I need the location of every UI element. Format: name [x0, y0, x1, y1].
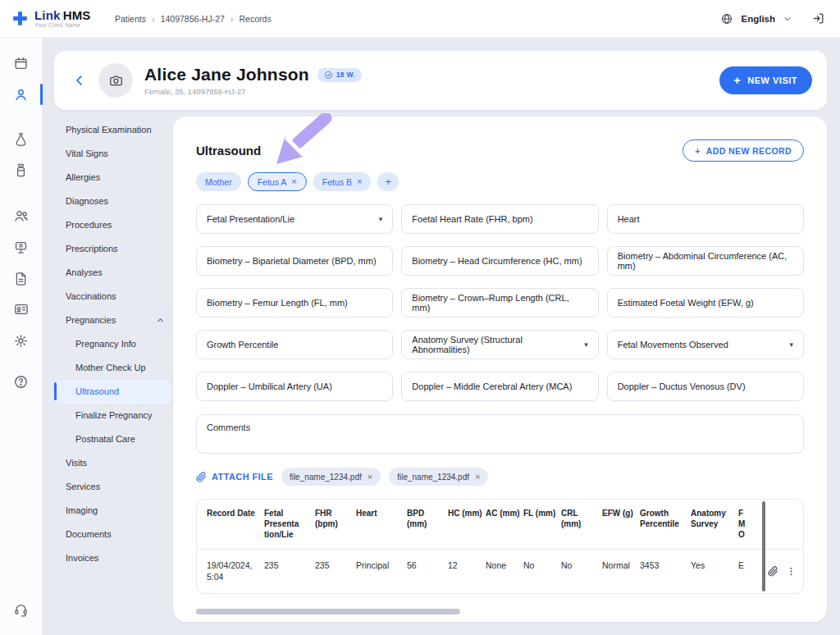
horizontal-scrollbar-thumb[interactable]: [196, 609, 460, 614]
plus-icon: +: [695, 146, 701, 156]
field-fetal-presentation[interactable]: Fetal Presentation/Lie▾: [196, 204, 393, 234]
add-new-record-button[interactable]: + ADD NEW RECORD: [682, 139, 804, 162]
table-row[interactable]: 19/04/2024, 5:04 235 235 Principal 56 12…: [197, 550, 803, 593]
sidebar-item-pregnancies[interactable]: Pregnancies: [54, 308, 173, 332]
rail-settings-gear-icon[interactable]: [0, 325, 43, 356]
sidebar-item-vaccinations[interactable]: Vaccinations: [54, 285, 173, 308]
col-hc: HC (mm): [448, 508, 482, 519]
sidebar-item-diagnoses[interactable]: Diagnoses: [54, 190, 173, 213]
sidebar-item-allergies[interactable]: Allergies: [54, 166, 173, 190]
field-ac[interactable]: Biometry – Abdominal Circumference (AC, …: [607, 246, 804, 276]
field-efw[interactable]: Estimated Foetal Weight (EFW, g): [607, 288, 804, 318]
brand-logo[interactable]: LinkHMS Your Clinic Name: [0, 9, 115, 29]
field-fhr[interactable]: Foetal Heart Rate (FHR, bpm): [401, 204, 598, 234]
field-growth-percentile[interactable]: Growth Percentile: [196, 330, 393, 359]
sidebar-item-postnatal-care[interactable]: Postnatal Care: [54, 427, 173, 451]
attached-file-chip[interactable]: file_name_1234.pdf ×: [281, 468, 381, 486]
field-fetal-movements[interactable]: Fetal Movements Observed▾: [607, 330, 804, 359]
brand-tagline: Your Clinic Name: [34, 23, 91, 29]
sidebar-item-imaging[interactable]: Imaging: [54, 499, 173, 523]
globe-icon[interactable]: [720, 12, 733, 25]
patient-header-card: Alice Jane Johnson 18 W. Female, 35, 140…: [54, 51, 827, 110]
brand-name-2: HMS: [63, 8, 91, 22]
ultrasound-panel: Ultrasound + ADD NEW RECORD Mother Fetus…: [173, 116, 827, 622]
sidebar-item-services[interactable]: Services: [54, 475, 173, 499]
back-chevron-icon[interactable]: [69, 70, 90, 91]
field-doppler-mca[interactable]: Doppler – Middle Cerebral Artery (MCA): [401, 372, 598, 401]
sidebar-item-analyses[interactable]: Analyses: [54, 261, 173, 285]
sidebar-item-procedures[interactable]: Procedures: [54, 213, 173, 237]
close-icon[interactable]: ×: [368, 472, 372, 482]
rail-help-icon[interactable]: [0, 366, 43, 397]
rail-support-headset-icon[interactable]: [0, 594, 43, 625]
rail-document-icon[interactable]: [0, 263, 43, 294]
field-doppler-ua[interactable]: Doppler – Umbilical Artery (UA): [196, 372, 393, 401]
rail-lab-flask-icon[interactable]: [0, 123, 43, 154]
new-visit-button[interactable]: + NEW VISIT: [719, 66, 812, 94]
field-fl[interactable]: Biometry – Femur Length (FL, mm): [196, 288, 393, 318]
icon-rail: [0, 38, 43, 635]
tab-fetus-a[interactable]: Fetus A ×: [248, 172, 307, 191]
table-vertical-scrollbar[interactable]: [762, 501, 765, 592]
sidebar-item-finalize-pregnancy[interactable]: Finalize Pregnancy: [54, 404, 173, 427]
sidebar-item-prescriptions[interactable]: Prescriptions: [54, 237, 173, 261]
table-header-row: Record Date Fetal Presenta tion/Lie FHR …: [197, 500, 803, 550]
section-title: Ultrasound: [196, 144, 261, 158]
breadcrumb-separator: ›: [152, 14, 155, 24]
field-heart[interactable]: Heart: [607, 204, 804, 234]
brand-name-1: Link: [34, 8, 61, 22]
sidebar-item-vital-signs[interactable]: Vital Signs: [54, 142, 173, 166]
paperclip-icon[interactable]: [768, 566, 778, 577]
attach-file-button[interactable]: ATTACH FILE: [196, 472, 273, 482]
topbar: LinkHMS Your Clinic Name Patients › 1409…: [0, 0, 840, 38]
brand-text: LinkHMS Your Clinic Name: [34, 9, 91, 29]
tab-fetus-b[interactable]: Fetus B ×: [313, 172, 372, 191]
breadcrumb-patient-id[interactable]: 14097856-HJ-27: [161, 14, 225, 24]
sidebar-item-visits[interactable]: Visits: [54, 451, 173, 475]
ultrasound-form-grid: Fetal Presentation/Lie▾ Foetal Heart Rat…: [196, 204, 804, 401]
logout-icon[interactable]: [811, 11, 825, 25]
tab-mother[interactable]: Mother: [196, 172, 241, 191]
breadcrumb-records[interactable]: Records: [240, 14, 272, 24]
breadcrumb-patients[interactable]: Patients: [115, 14, 146, 24]
sidebar-item-ultrasound[interactable]: Ultrasound: [54, 380, 171, 404]
rail-medicine-icon[interactable]: [0, 154, 43, 185]
field-crl[interactable]: Biometry – Crown–Rump Length (CRL, mm): [401, 288, 598, 318]
add-fetus-tab-button[interactable]: +: [377, 172, 399, 191]
sidebar-item-invoices[interactable]: Invoices: [54, 546, 173, 570]
patient-avatar-camera[interactable]: [98, 63, 133, 98]
kebab-menu-icon[interactable]: [786, 566, 797, 577]
field-doppler-dv[interactable]: Doppler – Ductus Venosus (DV): [607, 372, 804, 401]
col-efw: EFW (g): [602, 508, 637, 519]
attached-file-chip[interactable]: file_name_1234.pdf ×: [389, 468, 488, 486]
page: Alice Jane Johnson 18 W. Female, 35, 140…: [43, 38, 840, 635]
breadcrumb: Patients › 14097856-HJ-27 › Records: [115, 14, 272, 24]
sidebar-item-physical-examination[interactable]: Physical Examination: [54, 118, 173, 142]
close-icon[interactable]: ×: [475, 472, 480, 482]
col-fetal-movements-truncated: F M O: [738, 508, 751, 540]
col-fhr: FHR (bpm): [315, 508, 353, 529]
check-badge-icon: [324, 71, 333, 80]
rail-people-icon[interactable]: [0, 200, 43, 231]
attachments-row: ATTACH FILE file_name_1234.pdf × file_na…: [196, 468, 804, 486]
field-bpd[interactable]: Biometry – Biparietal Diameter (BPD, mm): [196, 246, 393, 276]
record-body: Physical Examination Vital Signs Allergi…: [54, 116, 827, 622]
chevron-down-icon[interactable]: [783, 14, 792, 24]
dropdown-caret-icon: ▾: [379, 215, 383, 223]
row-actions: [768, 566, 803, 577]
rail-id-card-icon[interactable]: [0, 294, 43, 325]
sidebar-item-mother-check-up[interactable]: Mother Check Up: [54, 356, 173, 380]
rail-calendar-icon[interactable]: [0, 48, 43, 79]
col-fetal-presentation: Fetal Presenta tion/Lie: [264, 508, 312, 540]
comments-field[interactable]: Comments: [196, 414, 804, 454]
field-anatomy-survey[interactable]: Anatomy Survey (Structural Abnormalities…: [401, 330, 598, 359]
rail-workstation-icon[interactable]: [0, 231, 43, 263]
close-icon[interactable]: ×: [291, 177, 296, 186]
field-hc[interactable]: Biometry – Head Circumference (HC, mm): [401, 246, 598, 276]
paperclip-icon: [196, 472, 207, 482]
rail-patients-icon[interactable]: [0, 79, 43, 110]
close-icon[interactable]: ×: [357, 177, 362, 186]
language-selector[interactable]: English: [741, 14, 775, 24]
sidebar-item-documents[interactable]: Documents: [54, 523, 173, 546]
sidebar-item-pregnancy-info[interactable]: Pregnancy Info: [54, 332, 173, 356]
